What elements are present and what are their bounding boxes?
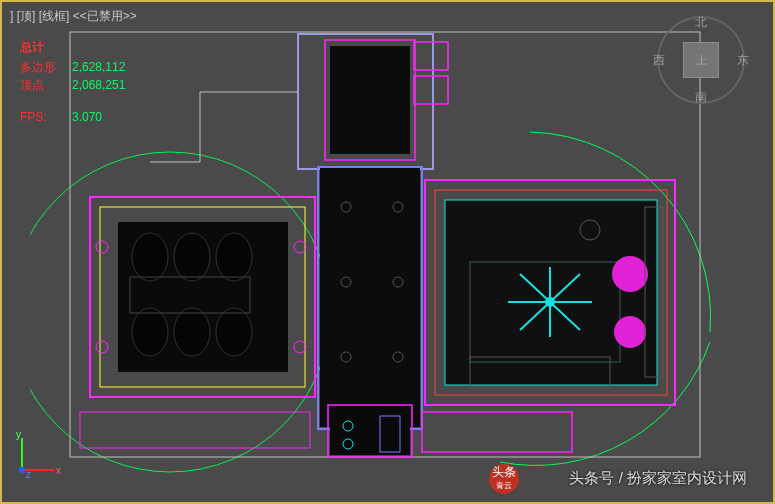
svg-point-28 [96, 241, 108, 253]
axis-y-label: y [16, 430, 21, 440]
viewcube[interactable]: 上 北 南 东 西 [657, 16, 745, 104]
svg-point-31 [294, 341, 306, 353]
viewcube-north[interactable]: 北 [695, 14, 707, 31]
svg-point-44 [614, 316, 646, 348]
axis-gizmo[interactable]: x y z [12, 430, 62, 480]
viewcube-east[interactable]: 东 [737, 52, 749, 69]
svg-point-30 [294, 241, 306, 253]
svg-rect-47 [330, 407, 410, 455]
svg-point-26 [216, 308, 252, 356]
svg-rect-49 [422, 412, 572, 452]
viewcube-west[interactable]: 西 [653, 52, 665, 69]
svg-point-29 [96, 341, 108, 353]
svg-point-41 [546, 298, 554, 306]
svg-point-43 [612, 256, 648, 292]
svg-rect-6 [414, 76, 448, 104]
svg-point-56 [19, 467, 25, 473]
svg-rect-10 [320, 167, 420, 427]
viewcube-top-face[interactable]: 上 [683, 42, 719, 78]
wireframe-svg [30, 12, 730, 477]
viewport-frame[interactable]: ] [顶] [线框] <<已禁用>> 总计 多边形 2,628,112 顶点 2… [0, 0, 775, 504]
watermark-logo-icon: 头条 青云 [489, 464, 519, 494]
floor-plan-canvas[interactable] [30, 12, 730, 477]
watermark-logo-line1: 头条 [492, 465, 516, 479]
axis-z-label: z [26, 469, 31, 480]
svg-point-23 [216, 233, 252, 281]
watermark-text: 头条号 / 扮家家室内设计网 [569, 469, 747, 488]
watermark-logo-line2: 青云 [496, 479, 512, 493]
axis-x-label: x [56, 465, 61, 476]
viewcube-south[interactable]: 南 [695, 89, 707, 106]
svg-point-25 [174, 308, 210, 356]
svg-point-24 [132, 308, 168, 356]
svg-rect-53 [80, 412, 310, 448]
svg-point-22 [174, 233, 210, 281]
svg-rect-4 [330, 46, 410, 154]
svg-rect-5 [414, 42, 448, 70]
svg-point-21 [132, 233, 168, 281]
